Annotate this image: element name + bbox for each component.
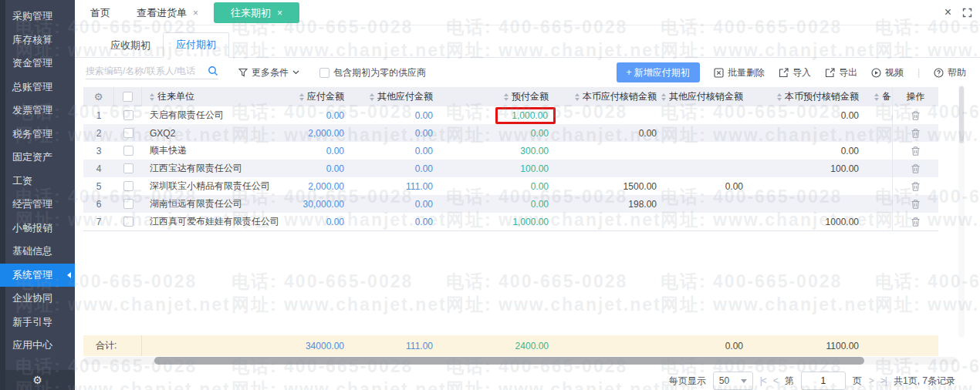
sidebar-item[interactable]: 税务管理 — [0, 123, 75, 146]
close-tab-icon[interactable]: × — [193, 8, 198, 18]
horizontal-scrollbar[interactable] — [83, 356, 957, 365]
tab-往来期初[interactable]: 往来期初× — [214, 2, 299, 23]
per-page-select[interactable]: 50 — [713, 372, 753, 390]
row-checkbox-cell — [114, 217, 142, 227]
sort-icon[interactable] — [777, 93, 782, 101]
batch-delete-label: 批量删除 — [728, 66, 765, 79]
sort-icon[interactable] — [575, 93, 580, 101]
sidebar-item[interactable]: 固定资产 — [0, 146, 75, 170]
header-cell[interactable]: 应付金额 — [275, 90, 352, 103]
sidebar-item[interactable]: 资金管理 — [0, 52, 75, 76]
sidebar-item[interactable]: 小畅报销 — [0, 217, 75, 240]
search-input[interactable] — [86, 66, 208, 76]
sidebar-item[interactable]: 新手引导 — [0, 311, 75, 335]
table-row[interactable]: 6湖南恒远有限责任公司30,000.000.000.00198.00 — [83, 195, 938, 213]
subtab-应收期初[interactable]: 应收期初 — [98, 34, 163, 58]
header-cell[interactable]: 其他应付金额 — [352, 90, 441, 103]
row-checkbox[interactable] — [123, 199, 133, 209]
vertical-scrollbar[interactable] — [958, 85, 965, 338]
sidebar-item[interactable]: 基础信息 — [0, 240, 75, 264]
sort-icon[interactable] — [370, 93, 374, 101]
table-row[interactable]: 3顺丰快递0.000.00300.000.00 — [83, 142, 938, 160]
cell-local_payable_settled: 198.00 — [556, 199, 664, 210]
batch-delete-button[interactable]: 批量删除 — [714, 66, 765, 79]
row-checkbox[interactable] — [123, 146, 133, 156]
header-cell[interactable]: 预付金额 — [441, 90, 556, 103]
sidebar-item[interactable]: 企业协同 — [0, 287, 75, 311]
sidebar-item[interactable]: 应用中心 — [0, 334, 75, 358]
prev-page-icon[interactable]: < — [773, 375, 778, 386]
fullscreen-icon[interactable] — [962, 8, 972, 18]
horizontal-scrollbar-thumb[interactable] — [154, 357, 864, 365]
trash-icon[interactable] — [911, 129, 920, 138]
cell-value: 0.00 — [531, 199, 549, 210]
sidebar-item[interactable]: 系统管理 — [0, 264, 75, 287]
header-cell[interactable]: 本币预付核销金额 — [751, 90, 867, 103]
add-payable-opening-button[interactable]: + 新增应付期初 — [617, 62, 700, 82]
trash-icon[interactable] — [911, 146, 920, 156]
row-number: 4 — [96, 163, 102, 174]
cell-value: 天启有限责任公司 — [150, 109, 224, 122]
row-checkbox-cell — [114, 181, 142, 191]
sort-icon[interactable] — [661, 93, 666, 101]
sidebar-item[interactable]: 库存核算 — [0, 29, 75, 52]
table-row[interactable]: 5深圳联宝小精品有限责任公司2,000.00111.000.001500.000… — [83, 177, 938, 195]
row-checkbox[interactable] — [123, 181, 133, 191]
header-cell[interactable]: 往来单位 — [142, 90, 275, 103]
sidebar-item[interactable]: 工资 — [0, 170, 75, 193]
table-row[interactable]: 2GXQ22,000.000.000.000.00 — [83, 124, 938, 142]
close-tab-icon[interactable]: × — [277, 8, 282, 18]
row-checkbox[interactable] — [123, 128, 133, 138]
tab-查看进货单[interactable]: 查看进货单× — [126, 2, 209, 23]
sidebar-item[interactable]: 采购管理 — [0, 5, 75, 29]
row-checkbox[interactable] — [123, 217, 133, 227]
sort-icon[interactable] — [504, 93, 509, 101]
settings-gear-icon[interactable]: ⚙ — [32, 374, 42, 386]
vertical-scrollbar-thumb[interactable] — [959, 86, 964, 143]
trash-icon[interactable] — [911, 164, 920, 173]
page-number-input[interactable] — [801, 372, 846, 390]
export-button[interactable]: 导出 — [825, 66, 857, 79]
select-all-cell — [114, 87, 142, 106]
trash-icon[interactable] — [911, 182, 920, 191]
include-zero-checkbox-item[interactable]: 包含期初为零的供应商 — [319, 66, 426, 79]
trash-icon[interactable] — [911, 200, 920, 209]
import-button[interactable]: 导入 — [779, 66, 811, 79]
toolbar-actions: + 新增应付期初 批量删除 导入 导出 — [617, 62, 966, 82]
sidebar-item[interactable]: 发票管理 — [0, 99, 75, 123]
table-row[interactable]: 1天启有限责任公司0.000.001,000.000.00 — [83, 106, 938, 124]
table-row[interactable]: 7江西真可爱布娃娃有限责任公司0.000.001,000.001000.00 — [83, 213, 938, 230]
header-cell[interactable]: 其他应付核销金额 — [664, 90, 751, 103]
cell-value: 0.00 — [841, 146, 859, 156]
subtab-应付期初[interactable]: 应付期初 — [163, 32, 229, 58]
trash-icon[interactable] — [911, 217, 920, 227]
row-checkbox[interactable] — [123, 163, 133, 173]
help-button[interactable]: 帮助 — [934, 66, 966, 79]
video-button[interactable]: 视频 — [871, 66, 904, 79]
sidebar-item[interactable]: 总账管理 — [0, 76, 75, 99]
row-checkbox[interactable] — [123, 110, 133, 120]
select-all-checkbox[interactable] — [123, 92, 133, 102]
header-label: 其他应付核销金额 — [669, 90, 743, 103]
sort-icon[interactable] — [874, 93, 879, 101]
close-icon[interactable]: × — [945, 6, 951, 18]
tab-首页[interactable]: 首页 — [79, 2, 121, 23]
sort-icon[interactable] — [299, 93, 304, 101]
next-page-icon[interactable]: > — [869, 375, 874, 386]
column-settings-cell: ⚙ — [83, 87, 114, 106]
first-page-icon[interactable]: |< — [760, 375, 766, 386]
search-icon[interactable] — [208, 66, 218, 76]
gear-icon[interactable]: ⚙ — [94, 91, 103, 103]
opening-balance-table: ⚙往来单位应付金额其他应付金额预付金额本币应付核销金额其他应付核销金额本币预付核… — [83, 87, 938, 231]
last-page-icon[interactable]: >| — [880, 375, 887, 386]
trash-icon[interactable] — [911, 111, 920, 120]
sort-icon[interactable] — [150, 93, 154, 101]
totals-cell: 111.00 — [352, 341, 441, 351]
more-filters-button[interactable]: 更多条件 — [238, 66, 299, 79]
include-zero-checkbox[interactable] — [319, 68, 329, 78]
cell-local_payable_settled: 0.00 — [556, 128, 664, 139]
table-row[interactable]: 4江西宝达有限责任公司0.000.00100.00100.00 — [83, 160, 938, 177]
header-cell[interactable]: 备 — [867, 90, 892, 103]
header-cell[interactable]: 本币应付核销金额 — [556, 90, 664, 103]
sidebar-item[interactable]: 经营管理 — [0, 193, 75, 217]
